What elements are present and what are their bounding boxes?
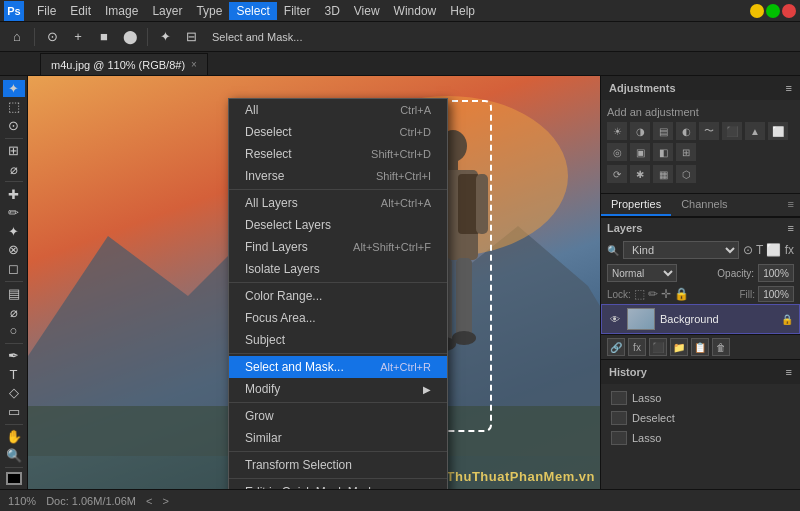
- refine-btn[interactable]: ⊟: [180, 26, 202, 48]
- gradient-map-icon[interactable]: ◎: [607, 143, 627, 161]
- feather-btn[interactable]: ✦: [154, 26, 176, 48]
- menu-deselect-layers[interactable]: Deselect Layers: [229, 214, 447, 236]
- shape-tool[interactable]: ▭: [3, 403, 25, 420]
- blend-mode-select[interactable]: Normal: [607, 264, 677, 282]
- levels-icon[interactable]: ▤: [653, 122, 673, 140]
- menu-image[interactable]: Image: [98, 2, 145, 20]
- menu-3d[interactable]: 3D: [317, 2, 346, 20]
- pattern-fill-icon[interactable]: ▦: [653, 165, 673, 183]
- brightness-icon[interactable]: ☀: [607, 122, 627, 140]
- background-layer[interactable]: 👁 Background 🔒: [601, 304, 800, 334]
- menu-all-layers[interactable]: All LayersAlt+Ctrl+A: [229, 192, 447, 214]
- channels-tab[interactable]: Channels: [671, 194, 737, 216]
- lock-position-icon[interactable]: ✛: [661, 287, 671, 301]
- nav-left[interactable]: <: [146, 495, 152, 507]
- new-layer-btn[interactable]: 📋: [691, 338, 709, 356]
- menu-isolate-layers[interactable]: Isolate Layers: [229, 258, 447, 280]
- pen-tool[interactable]: ✒: [3, 348, 25, 365]
- menu-color-range[interactable]: Color Range...: [229, 285, 447, 307]
- new-group-btn[interactable]: 📁: [670, 338, 688, 356]
- menu-view[interactable]: View: [347, 2, 387, 20]
- menu-focus-area[interactable]: Focus Area...: [229, 307, 447, 329]
- gradient-tool[interactable]: ▤: [3, 285, 25, 302]
- opacity-input[interactable]: [758, 264, 794, 282]
- menu-filter[interactable]: Filter: [277, 2, 318, 20]
- crop-tool[interactable]: ⊞: [3, 142, 25, 159]
- curves-icon[interactable]: ◑: [630, 122, 650, 140]
- lock-transparent-icon[interactable]: ⬚: [634, 287, 645, 301]
- zoom-tool[interactable]: 🔍: [3, 447, 25, 464]
- menu-inverse[interactable]: InverseShift+Ctrl+I: [229, 165, 447, 187]
- close-button[interactable]: [782, 4, 796, 18]
- threshold-icon[interactable]: ◧: [653, 143, 673, 161]
- square-btn[interactable]: ■: [93, 26, 115, 48]
- history-item-1[interactable]: Lasso: [607, 388, 794, 408]
- history-brush[interactable]: ⊗: [3, 242, 25, 259]
- layer-fx-btn[interactable]: fx: [628, 338, 646, 356]
- foreground-color[interactable]: [6, 472, 22, 485]
- menu-subject[interactable]: Subject: [229, 329, 447, 351]
- brush-tool[interactable]: ✏: [3, 205, 25, 222]
- home-button[interactable]: ⌂: [6, 26, 28, 48]
- menu-reselect[interactable]: ReselectShift+Ctrl+D: [229, 143, 447, 165]
- posterize-icon[interactable]: ▣: [630, 143, 650, 161]
- menu-help[interactable]: Help: [443, 2, 482, 20]
- history-item-2[interactable]: Deselect: [607, 408, 794, 428]
- menu-modify[interactable]: Modify▶: [229, 378, 447, 400]
- dodge-tool[interactable]: ○: [3, 322, 25, 339]
- solid-color-icon[interactable]: ⟳: [607, 165, 627, 183]
- selection-tool[interactable]: ⬚: [3, 99, 25, 116]
- sharpen-icon[interactable]: ⬡: [676, 165, 696, 183]
- menu-transform-selection[interactable]: Transform Selection: [229, 454, 447, 476]
- menu-layer[interactable]: Layer: [145, 2, 189, 20]
- blur-tool[interactable]: ⌀: [3, 304, 25, 321]
- menu-window[interactable]: Window: [387, 2, 444, 20]
- heal-tool[interactable]: ✚: [3, 186, 25, 203]
- properties-tab[interactable]: Properties: [601, 194, 671, 216]
- menu-similar[interactable]: Similar: [229, 427, 447, 449]
- menu-select[interactable]: Select: [229, 2, 276, 20]
- hand-tool[interactable]: ✋: [3, 428, 25, 445]
- add-btn[interactable]: +: [67, 26, 89, 48]
- move-tool[interactable]: ✦: [3, 80, 25, 97]
- menu-all[interactable]: AllCtrl+A: [229, 99, 447, 121]
- delete-layer-btn[interactable]: 🗑: [712, 338, 730, 356]
- path-tool[interactable]: ◇: [3, 385, 25, 402]
- layer-visibility-toggle[interactable]: 👁: [608, 312, 622, 326]
- eyedrop-tool[interactable]: ⌀: [3, 161, 25, 178]
- lock-all-icon[interactable]: 🔒: [674, 287, 689, 301]
- photo-filter-icon[interactable]: ⬜: [768, 122, 788, 140]
- fill-input[interactable]: [758, 286, 794, 302]
- rp-menu-icon[interactable]: ≡: [782, 194, 800, 216]
- hue-sat-icon[interactable]: ◐: [676, 122, 696, 140]
- eraser-tool[interactable]: ◻: [3, 260, 25, 277]
- invert-icon[interactable]: ⊞: [676, 143, 696, 161]
- menu-quick-mask[interactable]: Edit in Quick Mask Mode: [229, 481, 447, 489]
- minimize-button[interactable]: [750, 4, 764, 18]
- circle-btn[interactable]: ⬤: [119, 26, 141, 48]
- vibrance-icon[interactable]: 〜: [699, 122, 719, 140]
- history-item-3[interactable]: Lasso: [607, 428, 794, 448]
- menu-type[interactable]: Type: [189, 2, 229, 20]
- lock-brush-icon[interactable]: ✏: [648, 287, 658, 301]
- layer-mask-btn[interactable]: ⬛: [649, 338, 667, 356]
- maximize-button[interactable]: [766, 4, 780, 18]
- menu-deselect[interactable]: DeselectCtrl+D: [229, 121, 447, 143]
- clone-tool[interactable]: ✦: [3, 223, 25, 240]
- nav-right[interactable]: >: [162, 495, 168, 507]
- menu-find-layers[interactable]: Find LayersAlt+Shift+Ctrl+F: [229, 236, 447, 258]
- lasso-tool[interactable]: ⊙: [3, 117, 25, 134]
- color-balance-icon[interactable]: ⬛: [722, 122, 742, 140]
- menu-grow[interactable]: Grow: [229, 405, 447, 427]
- menu-edit[interactable]: Edit: [63, 2, 98, 20]
- layer-link-btn[interactable]: 🔗: [607, 338, 625, 356]
- menu-file[interactable]: File: [30, 2, 63, 20]
- lasso-tool[interactable]: ⊙: [41, 26, 63, 48]
- tab-close-button[interactable]: ×: [191, 59, 197, 70]
- bw-icon[interactable]: ▲: [745, 122, 765, 140]
- document-tab[interactable]: m4u.jpg @ 110% (RGB/8#) ×: [40, 53, 208, 75]
- gradient-fill-icon[interactable]: ✱: [630, 165, 650, 183]
- layer-filter-select[interactable]: Kind: [623, 241, 739, 259]
- menu-select-and-mask[interactable]: Select and Mask...Alt+Ctrl+R: [229, 356, 447, 378]
- text-tool[interactable]: T: [3, 366, 25, 383]
